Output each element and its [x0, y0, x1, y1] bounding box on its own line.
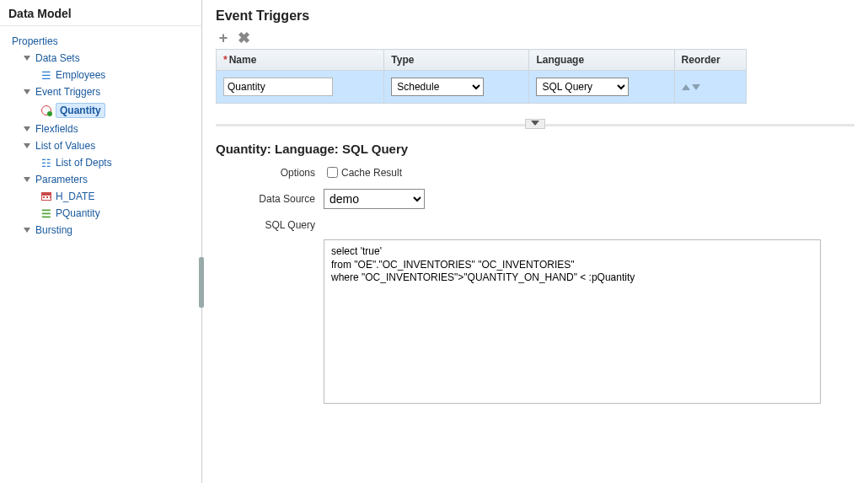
- cache-result-checkbox[interactable]: [327, 167, 338, 178]
- move-down-button[interactable]: [692, 84, 700, 90]
- sidebar-title: Data Model: [0, 0, 201, 26]
- detail-title: Quantity: Language: SQL Query: [216, 142, 855, 156]
- col-header-reorder[interactable]: Reorder: [674, 50, 746, 71]
- sidebar: Data Model Properties Data Sets ☰ Employ…: [0, 0, 202, 483]
- caret-icon: [24, 177, 30, 182]
- row-type-select[interactable]: Schedule: [391, 78, 484, 96]
- lov-icon: ☷: [40, 157, 52, 169]
- col-header-name[interactable]: *Name: [217, 50, 384, 71]
- data-source-select[interactable]: demo: [324, 189, 425, 209]
- caret-icon: [24, 228, 30, 233]
- caret-icon: [24, 143, 30, 148]
- tree-node-parameters[interactable]: Parameters: [12, 171, 196, 188]
- section-title-event-triggers: Event Triggers: [216, 8, 855, 24]
- tree-root-properties[interactable]: Properties: [12, 33, 196, 50]
- tree-leaf-pquantity[interactable]: ☰ PQuantity: [12, 205, 196, 222]
- dataset-icon: ☰: [40, 69, 52, 81]
- tree-node-bursting[interactable]: Bursting: [12, 222, 196, 239]
- tree-node-data-sets[interactable]: Data Sets: [12, 50, 196, 67]
- event-triggers-grid: *Name Type Language Reorder Schedule: [216, 49, 747, 104]
- caret-icon: [24, 89, 30, 94]
- move-up-button[interactable]: [682, 84, 690, 90]
- tree-leaf-list-of-depts[interactable]: ☷ List of Depts: [12, 154, 196, 171]
- label-sql-query: SQL Query: [216, 217, 324, 231]
- main-panel: Event Triggers + ✖ *Name Type Language R…: [202, 0, 868, 483]
- caret-icon: [24, 126, 30, 131]
- tree-node-list-of-values[interactable]: List of Values: [12, 137, 196, 154]
- row-name-input[interactable]: [223, 78, 333, 96]
- tree-leaf-h-date[interactable]: H_DATE: [12, 188, 196, 205]
- table-row[interactable]: Schedule SQL Query: [217, 71, 747, 104]
- sidebar-tree: Properties Data Sets ☰ Employees Event T…: [0, 26, 201, 245]
- label-cache-result: Cache Result: [341, 167, 402, 179]
- tree-node-event-triggers[interactable]: Event Triggers: [12, 83, 196, 100]
- delete-row-button[interactable]: ✖: [236, 30, 251, 46]
- label-options: Options: [216, 167, 324, 179]
- label-data-source: Data Source: [216, 193, 324, 205]
- caret-icon: [24, 56, 30, 61]
- sql-query-textarea[interactable]: [324, 239, 821, 404]
- grid-toolbar: + ✖: [216, 30, 855, 46]
- add-row-button[interactable]: +: [216, 30, 231, 46]
- row-language-select[interactable]: SQL Query: [536, 78, 629, 96]
- col-header-language[interactable]: Language: [529, 50, 674, 71]
- calendar-icon: [40, 191, 52, 202]
- horizontal-splitter[interactable]: [216, 124, 855, 126]
- tree-node-flexfields[interactable]: Flexfields: [12, 121, 196, 137]
- trigger-icon: [40, 105, 52, 116]
- col-header-type[interactable]: Type: [384, 50, 529, 71]
- tree-leaf-employees[interactable]: ☰ Employees: [12, 67, 196, 83]
- parameter-icon: ☰: [40, 207, 52, 219]
- tree-leaf-quantity[interactable]: Quantity: [12, 100, 196, 121]
